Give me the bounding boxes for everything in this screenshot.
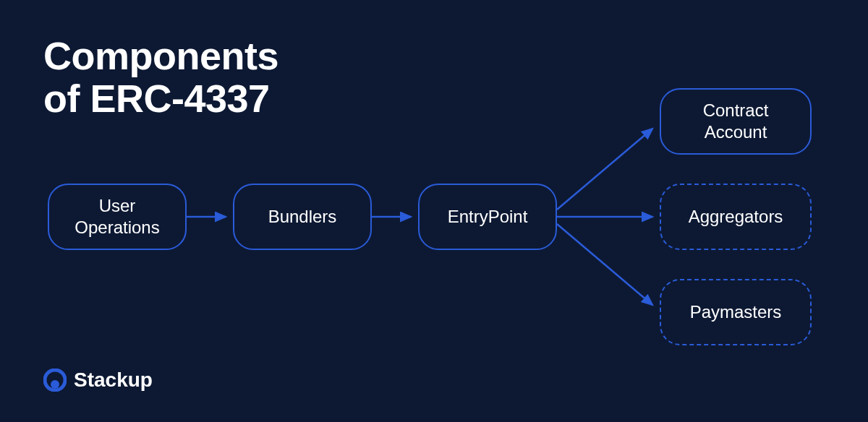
diagram-title: Components of ERC-4337 bbox=[43, 35, 278, 121]
node-contract-account: Contract Account bbox=[660, 88, 812, 155]
node-aggregators: Aggregators bbox=[660, 184, 812, 250]
node-paymasters: Paymasters bbox=[660, 279, 812, 345]
node-label: Bundlers bbox=[268, 206, 337, 228]
svg-line-4 bbox=[557, 224, 652, 305]
svg-line-2 bbox=[557, 129, 652, 210]
node-label: Contract Account bbox=[703, 100, 769, 143]
title-line1: Components bbox=[43, 34, 278, 77]
node-user-operations: User Operations bbox=[48, 184, 187, 250]
node-label: User Operations bbox=[75, 195, 159, 238]
stackup-icon bbox=[43, 369, 67, 392]
node-bundlers: Bundlers bbox=[233, 184, 372, 250]
brand-logo: Stackup bbox=[43, 369, 153, 392]
node-label: EntryPoint bbox=[448, 206, 528, 228]
node-entrypoint: EntryPoint bbox=[418, 184, 557, 250]
brand-name: Stackup bbox=[74, 369, 153, 392]
title-line2: of ERC-4337 bbox=[43, 77, 270, 120]
node-label: Paymasters bbox=[690, 301, 782, 323]
svg-point-6 bbox=[51, 380, 59, 389]
node-label: Aggregators bbox=[689, 206, 783, 228]
